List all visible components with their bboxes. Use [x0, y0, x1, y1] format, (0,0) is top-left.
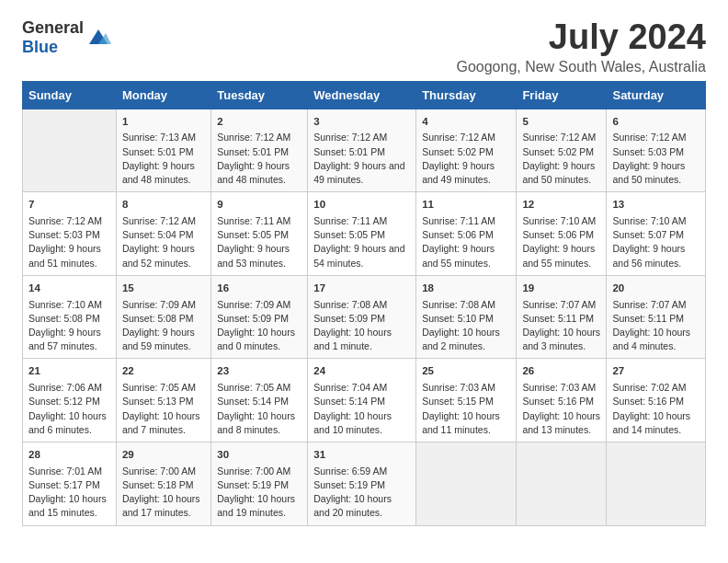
sunset-text: Sunset: 5:14 PM: [313, 396, 385, 407]
sunset-text: Sunset: 5:07 PM: [612, 229, 684, 240]
calendar-cell: 7Sunrise: 7:12 AMSunset: 5:03 PMDaylight…: [23, 192, 117, 276]
header-day-wednesday: Wednesday: [308, 81, 416, 109]
logo-text: General Blue: [22, 18, 84, 57]
calendar-cell: 22Sunrise: 7:05 AMSunset: 5:13 PMDayligh…: [116, 359, 210, 442]
daylight-text: Daylight: 9 hours and 49 minutes.: [313, 160, 404, 185]
daylight-text: Daylight: 9 hours and 48 minutes.: [217, 160, 290, 185]
header-day-sunday: Sunday: [23, 81, 117, 109]
daylight-text: Daylight: 10 hours and 2 minutes.: [422, 327, 500, 351]
sunset-text: Sunset: 5:16 PM: [612, 396, 684, 407]
calendar-cell: 3Sunrise: 7:12 AMSunset: 5:01 PMDaylight…: [308, 109, 416, 192]
sunset-text: Sunset: 5:09 PM: [217, 313, 289, 324]
sunset-text: Sunset: 5:17 PM: [28, 479, 100, 490]
sunrise-text: Sunrise: 7:11 AM: [313, 215, 387, 226]
sunset-text: Sunset: 5:16 PM: [522, 396, 594, 407]
sunrise-text: Sunrise: 7:11 AM: [422, 215, 495, 226]
logo-icon: [85, 28, 111, 48]
calendar-body: 1Sunrise: 7:13 AMSunset: 5:01 PMDaylight…: [23, 109, 706, 525]
sunset-text: Sunset: 5:05 PM: [313, 229, 385, 240]
sunset-text: Sunset: 5:02 PM: [422, 146, 494, 157]
calendar-cell: 14Sunrise: 7:10 AMSunset: 5:08 PMDayligh…: [23, 275, 117, 359]
day-number: 22: [122, 363, 205, 379]
sunrise-text: Sunrise: 7:03 AM: [522, 382, 596, 393]
calendar-cell: 29Sunrise: 7:00 AMSunset: 5:18 PMDayligh…: [116, 442, 210, 525]
day-number: 15: [122, 281, 205, 296]
sunrise-text: Sunrise: 7:12 AM: [612, 132, 686, 143]
daylight-text: Daylight: 10 hours and 0 minutes.: [217, 327, 295, 351]
sunset-text: Sunset: 5:19 PM: [217, 479, 289, 490]
sunrise-text: Sunrise: 7:02 AM: [612, 382, 686, 393]
daylight-text: Daylight: 9 hours and 55 minutes.: [422, 243, 495, 268]
sunset-text: Sunset: 5:13 PM: [122, 396, 194, 407]
sunrise-text: Sunrise: 7:12 AM: [313, 132, 387, 143]
sunset-text: Sunset: 5:15 PM: [422, 396, 494, 407]
daylight-text: Daylight: 10 hours and 4 minutes.: [612, 327, 690, 351]
logo-general: General: [22, 18, 84, 37]
sunrise-text: Sunrise: 7:07 AM: [612, 299, 686, 310]
calendar-cell: 19Sunrise: 7:07 AMSunset: 5:11 PMDayligh…: [517, 275, 607, 359]
daylight-text: Daylight: 10 hours and 7 minutes.: [122, 410, 200, 435]
title-area: July 2024 Googong, New South Wales, Aust…: [456, 18, 706, 75]
sunrise-text: Sunrise: 7:10 AM: [28, 299, 102, 310]
day-number: 28: [28, 447, 110, 463]
sunset-text: Sunset: 5:06 PM: [522, 229, 594, 240]
daylight-text: Daylight: 9 hours and 49 minutes.: [422, 160, 495, 185]
header-day-thursday: Thursday: [416, 81, 517, 109]
sunrise-text: Sunrise: 7:12 AM: [28, 215, 102, 226]
sunrise-text: Sunrise: 7:00 AM: [122, 465, 196, 477]
day-number: 11: [422, 197, 510, 213]
sunrise-text: Sunrise: 7:12 AM: [422, 132, 495, 143]
daylight-text: Daylight: 10 hours and 10 minutes.: [313, 410, 392, 435]
sunrise-text: Sunrise: 7:13 AM: [122, 132, 196, 143]
sunrise-text: Sunrise: 7:07 AM: [522, 299, 596, 310]
daylight-text: Daylight: 9 hours and 48 minutes.: [122, 160, 195, 185]
main-title: July 2024: [456, 18, 706, 57]
calendar-cell: 23Sunrise: 7:05 AMSunset: 5:14 PMDayligh…: [211, 359, 308, 442]
week-row-2: 7Sunrise: 7:12 AMSunset: 5:03 PMDaylight…: [23, 192, 706, 276]
day-number: 6: [612, 114, 700, 130]
sunrise-text: Sunrise: 7:08 AM: [313, 299, 387, 310]
day-number: 25: [422, 363, 510, 379]
day-number: 23: [217, 363, 301, 379]
sunrise-text: Sunrise: 7:01 AM: [28, 465, 102, 477]
calendar-cell: 5Sunrise: 7:12 AMSunset: 5:02 PMDaylight…: [517, 109, 607, 192]
sunset-text: Sunset: 5:19 PM: [313, 479, 385, 490]
calendar-cell: 26Sunrise: 7:03 AMSunset: 5:16 PMDayligh…: [517, 359, 607, 442]
sunrise-text: Sunrise: 7:12 AM: [522, 132, 596, 143]
sunrise-text: Sunrise: 7:09 AM: [217, 299, 290, 310]
day-number: 21: [28, 363, 110, 379]
calendar-cell: 16Sunrise: 7:09 AMSunset: 5:09 PMDayligh…: [211, 275, 308, 359]
calendar-cell: 9Sunrise: 7:11 AMSunset: 5:05 PMDaylight…: [211, 192, 308, 276]
sunrise-text: Sunrise: 7:06 AM: [28, 382, 102, 393]
daylight-text: Daylight: 10 hours and 14 minutes.: [612, 410, 690, 435]
day-number: 1: [122, 114, 205, 130]
sunrise-text: Sunrise: 7:12 AM: [217, 132, 290, 143]
week-row-3: 14Sunrise: 7:10 AMSunset: 5:08 PMDayligh…: [23, 275, 706, 359]
day-number: 27: [612, 363, 700, 379]
calendar-cell: 21Sunrise: 7:06 AMSunset: 5:12 PMDayligh…: [23, 359, 117, 442]
day-number: 18: [422, 281, 510, 296]
daylight-text: Daylight: 9 hours and 53 minutes.: [217, 243, 290, 268]
sunset-text: Sunset: 5:10 PM: [422, 313, 494, 324]
day-number: 10: [313, 197, 410, 213]
sunrise-text: Sunrise: 7:03 AM: [422, 382, 495, 393]
day-number: 12: [522, 197, 600, 213]
calendar-cell: [607, 442, 706, 525]
calendar-cell: 13Sunrise: 7:10 AMSunset: 5:07 PMDayligh…: [607, 192, 706, 276]
sunset-text: Sunset: 5:09 PM: [313, 313, 385, 324]
daylight-text: Daylight: 9 hours and 56 minutes.: [612, 243, 685, 268]
header-day-saturday: Saturday: [607, 81, 706, 109]
sunrise-text: Sunrise: 7:04 AM: [313, 382, 387, 393]
header: General Blue July 2024 Googong, New Sout…: [22, 18, 706, 75]
day-number: 17: [313, 281, 410, 296]
calendar-cell: 28Sunrise: 7:01 AMSunset: 5:17 PMDayligh…: [23, 442, 117, 525]
week-row-4: 21Sunrise: 7:06 AMSunset: 5:12 PMDayligh…: [23, 359, 706, 442]
day-number: 2: [217, 114, 301, 130]
day-number: 3: [313, 114, 410, 130]
sunset-text: Sunset: 5:18 PM: [122, 479, 194, 490]
week-row-5: 28Sunrise: 7:01 AMSunset: 5:17 PMDayligh…: [23, 442, 706, 525]
daylight-text: Daylight: 9 hours and 52 minutes.: [122, 243, 195, 268]
daylight-text: Daylight: 9 hours and 55 minutes.: [522, 243, 595, 268]
header-day-friday: Friday: [517, 81, 607, 109]
daylight-text: Daylight: 10 hours and 15 minutes.: [28, 493, 107, 518]
